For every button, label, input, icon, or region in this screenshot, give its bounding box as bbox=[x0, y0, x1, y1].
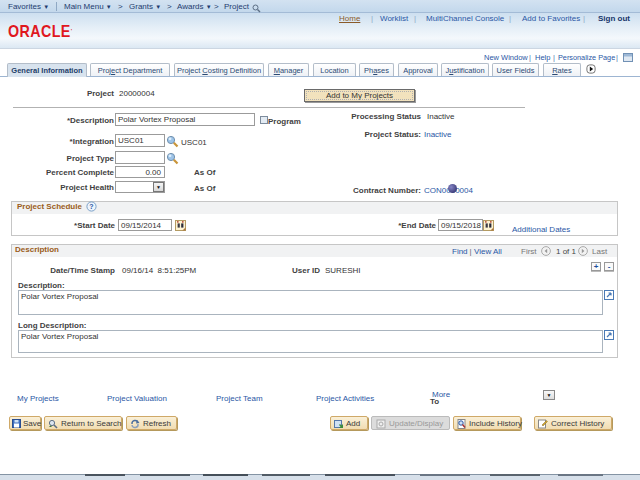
svg-text:?: ? bbox=[89, 203, 93, 210]
